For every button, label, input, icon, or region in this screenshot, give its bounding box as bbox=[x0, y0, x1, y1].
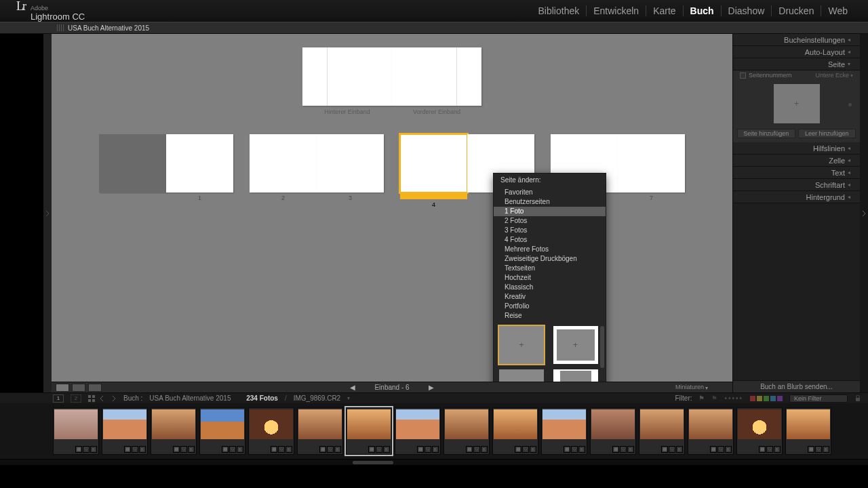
panel-section-zelle[interactable]: Zelle◂ bbox=[733, 155, 860, 167]
flyout-item[interactable]: Benutzerseiten bbox=[494, 197, 606, 207]
flyout-item[interactable]: 4 Fotos bbox=[494, 235, 606, 245]
badge-icon[interactable]: ♡ bbox=[717, 446, 724, 453]
flyout-item[interactable]: Hochzeit bbox=[494, 273, 606, 283]
badge-icon[interactable]: ⎘ bbox=[774, 446, 781, 453]
badge-icon[interactable]: ♡ bbox=[278, 446, 285, 453]
filter-preset-dropdown[interactable]: Kein Filter bbox=[789, 394, 848, 403]
badge-icon[interactable]: ▦ bbox=[808, 446, 814, 453]
panel-section-hilfslinien[interactable]: Hilfslinien◂ bbox=[733, 142, 860, 155]
panel-section-text[interactable]: Text◂ bbox=[733, 167, 860, 179]
badge-icon[interactable]: ▦ bbox=[124, 446, 131, 453]
thumbnails-size-label[interactable]: Miniaturen▾ bbox=[675, 384, 732, 391]
filter-stars[interactable]: ••••• bbox=[724, 394, 743, 402]
send-to-blurb-button[interactable]: Buch an Blurb senden... bbox=[733, 380, 860, 392]
back-arrow-icon[interactable] bbox=[99, 395, 106, 402]
flyout-item[interactable]: Kreativ bbox=[494, 292, 606, 302]
spread-1[interactable]: 23 bbox=[250, 134, 384, 208]
filmstrip-thumb[interactable]: ▦♡⎘ bbox=[443, 407, 490, 455]
flyout-item[interactable]: Reise bbox=[494, 311, 606, 321]
badge-icon[interactable]: ▦ bbox=[319, 446, 326, 453]
flyout-item[interactable]: Mehrere Fotos bbox=[494, 245, 606, 254]
badge-icon[interactable]: ♡ bbox=[425, 446, 431, 453]
add-page-button[interactable]: Seite hinzufügen bbox=[737, 129, 795, 138]
view-multi-button[interactable] bbox=[56, 384, 69, 392]
badge-icon[interactable]: ♡ bbox=[815, 446, 822, 453]
page-3[interactable] bbox=[317, 134, 384, 192]
cover-spread[interactable]: Hinterer Einband Vorderer Einband bbox=[302, 47, 481, 115]
badge-icon[interactable]: ⎘ bbox=[285, 446, 292, 453]
pager-next[interactable]: ▶ bbox=[429, 384, 434, 391]
page-flyleaf[interactable] bbox=[99, 134, 166, 192]
badge-icon[interactable]: ▦ bbox=[222, 446, 229, 453]
badge-icon[interactable]: ⎘ bbox=[578, 446, 585, 453]
badge-icon[interactable]: ⎘ bbox=[188, 446, 195, 453]
breadcrumb-book[interactable]: USA Buch Alternative 2015 bbox=[149, 394, 231, 402]
filmstrip-thumb[interactable]: ▦♡⎘ bbox=[541, 407, 587, 455]
badge-icon[interactable]: ⎘ bbox=[676, 446, 683, 453]
badge-icon[interactable]: ▦ bbox=[417, 446, 424, 453]
filmstrip-thumb[interactable]: ▦♡⎘ bbox=[736, 407, 783, 455]
badge-icon[interactable]: ⎘ bbox=[627, 446, 634, 453]
module-tab-drucken[interactable]: Drucken bbox=[771, 5, 821, 16]
filmstrip-thumb[interactable]: ▦♡⎘ bbox=[639, 407, 685, 455]
badge-icon[interactable]: ⎘ bbox=[334, 446, 341, 453]
badge-icon[interactable]: ♡ bbox=[522, 446, 529, 453]
badge-icon[interactable]: ▦ bbox=[759, 446, 766, 453]
page-numbers-row[interactable]: Seitennummern Untere Ecke▾ bbox=[737, 70, 856, 80]
filmstrip-thumb[interactable]: ▦♡⎘ bbox=[346, 407, 392, 455]
badge-icon[interactable]: ▦ bbox=[75, 446, 82, 453]
panel-section-bucheinstellungen[interactable]: Bucheinstellungen◂ bbox=[733, 34, 860, 46]
badge-icon[interactable]: ▦ bbox=[612, 446, 619, 453]
badge-icon[interactable]: ▦ bbox=[368, 446, 375, 453]
badge-icon[interactable]: ⎘ bbox=[139, 446, 146, 453]
filmstrip-thumb[interactable]: ▦♡⎘ bbox=[199, 407, 245, 455]
left-panel-toggle[interactable] bbox=[43, 34, 52, 392]
filmstrip-thumb[interactable]: ▦♡⎘ bbox=[248, 407, 294, 455]
module-tab-diashow[interactable]: Diashow bbox=[721, 5, 772, 16]
front-cover-page[interactable] bbox=[392, 47, 481, 106]
module-tab-karte[interactable]: Karte bbox=[646, 5, 682, 16]
filmstrip-thumb[interactable]: ▦♡⎘ bbox=[395, 407, 441, 455]
badge-icon[interactable]: ▦ bbox=[271, 446, 277, 453]
book-canvas[interactable]: Hinterer Einband Vorderer Einband 1 23 bbox=[52, 34, 732, 382]
page-7[interactable] bbox=[618, 134, 685, 192]
panel-section-auto-layout[interactable]: Auto-Layout◂ bbox=[733, 46, 860, 58]
badge-icon[interactable]: ⎘ bbox=[90, 446, 97, 453]
filter-lock-icon[interactable] bbox=[854, 395, 861, 402]
badge-icon[interactable]: ▦ bbox=[515, 446, 521, 453]
panel-section-seite[interactable]: Seite▾ bbox=[733, 58, 860, 70]
panel-section-hintergrund[interactable]: Hintergrund◂ bbox=[733, 191, 860, 203]
badge-icon[interactable]: ♡ bbox=[83, 446, 90, 453]
page-layout-menu-icon[interactable] bbox=[848, 103, 852, 106]
filmstrip-thumb[interactable]: ▦♡⎘ bbox=[102, 407, 148, 455]
badge-icon[interactable]: ♡ bbox=[766, 446, 773, 453]
module-tab-bibliothek[interactable]: Bibliothek bbox=[532, 5, 587, 16]
filmstrip-thumb[interactable]: ▦♡⎘ bbox=[53, 407, 99, 455]
badge-icon[interactable]: ♡ bbox=[229, 446, 236, 453]
flyout-item[interactable]: Textseiten bbox=[494, 264, 606, 273]
add-blank-button[interactable]: Leer hinzufügen bbox=[798, 129, 856, 138]
badge-icon[interactable]: ⎘ bbox=[237, 446, 243, 453]
badge-icon[interactable]: ▦ bbox=[173, 446, 180, 453]
badge-icon[interactable]: ♡ bbox=[327, 446, 334, 453]
filmstrip-thumb[interactable]: ▦♡⎘ bbox=[151, 407, 197, 455]
page-4-selected[interactable] bbox=[400, 134, 467, 192]
badge-icon[interactable]: ⎘ bbox=[383, 446, 390, 453]
forward-arrow-icon[interactable] bbox=[110, 395, 117, 402]
view-spread-button[interactable] bbox=[72, 384, 85, 392]
flyout-item[interactable]: Favoriten bbox=[494, 188, 606, 197]
view-single-button[interactable] bbox=[88, 384, 102, 392]
flyout-scrollbar[interactable] bbox=[600, 326, 604, 368]
badge-icon[interactable]: ♡ bbox=[473, 446, 480, 453]
template-thumb-1[interactable]: + bbox=[499, 326, 544, 364]
pager-prev[interactable]: ◀ bbox=[350, 384, 355, 391]
badge-icon[interactable]: ♡ bbox=[571, 446, 578, 453]
badge-icon[interactable]: ♡ bbox=[132, 446, 138, 453]
filmstrip-thumb[interactable]: ▦♡⎘ bbox=[785, 407, 831, 455]
module-tab-entwickeln[interactable]: Entwickeln bbox=[586, 5, 646, 16]
page-2[interactable] bbox=[250, 134, 317, 192]
grid-icon[interactable] bbox=[88, 395, 95, 402]
filter-color-swatches[interactable] bbox=[750, 396, 783, 401]
filmstrip-scrollbar[interactable] bbox=[0, 459, 868, 465]
page-1[interactable] bbox=[166, 134, 233, 192]
